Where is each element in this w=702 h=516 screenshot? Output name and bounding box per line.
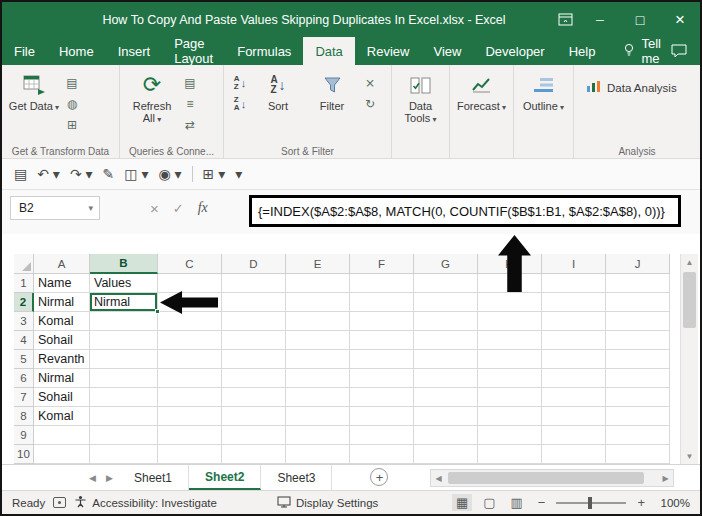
row-header-9[interactable]: 9 (14, 426, 34, 445)
sort-ascending-icon[interactable]: AZ↓ (230, 74, 250, 91)
cell-A2[interactable]: Nirmal (34, 293, 90, 312)
cell-A8[interactable]: Komal (34, 407, 90, 426)
cell-J2[interactable] (606, 293, 670, 312)
diagram-icon[interactable]: ◫ ▾ (124, 166, 148, 182)
scroll-right-icon[interactable] (658, 474, 673, 483)
cell-D4[interactable] (222, 331, 286, 350)
cell-F8[interactable] (350, 407, 414, 426)
cell-H8[interactable] (478, 407, 542, 426)
from-text-csv-icon[interactable]: ▤ (62, 74, 82, 91)
cell-E2[interactable] (286, 293, 350, 312)
previous-sheet-icon[interactable] (84, 465, 101, 490)
cell-C9[interactable] (158, 426, 222, 445)
view-normal-button[interactable] (452, 494, 472, 511)
cell-E9[interactable] (286, 426, 350, 445)
vertical-scrollbar[interactable] (680, 254, 698, 464)
enter-icon[interactable] (173, 201, 184, 216)
sheet-tab-sheet2[interactable]: Sheet2 (189, 465, 261, 490)
cell-F4[interactable] (350, 331, 414, 350)
cell-E10[interactable] (286, 445, 350, 464)
cell-G7[interactable] (414, 388, 478, 407)
new-sheet-button[interactable]: + (370, 468, 388, 486)
cell-J1[interactable] (606, 274, 670, 293)
close-button[interactable] (660, 2, 700, 37)
cell-C8[interactable] (158, 407, 222, 426)
cell-J5[interactable] (606, 350, 670, 369)
name-box[interactable]: B2 (10, 196, 100, 220)
cell-E4[interactable] (286, 331, 350, 350)
cell-E3[interactable] (286, 312, 350, 331)
cell-F3[interactable] (350, 312, 414, 331)
row-header-2[interactable]: 2 (14, 293, 34, 312)
cell-I5[interactable] (542, 350, 606, 369)
tab-review[interactable]: Review (355, 37, 422, 65)
cell-B4[interactable] (90, 331, 158, 350)
edit-links-icon[interactable]: ⇄ (180, 116, 200, 133)
tab-formulas[interactable]: Formulas (225, 37, 303, 65)
cell-D3[interactable] (222, 312, 286, 331)
ribbon-display-options-icon[interactable] (550, 2, 580, 37)
horizontal-scroll-thumb[interactable] (448, 472, 644, 484)
properties-icon[interactable]: ≡ (180, 95, 200, 112)
cell-J6[interactable] (606, 369, 670, 388)
cell-G2[interactable] (414, 293, 478, 312)
scroll-left-icon[interactable] (431, 474, 446, 483)
cell-G1[interactable] (414, 274, 478, 293)
macro-record-button[interactable] (53, 497, 66, 508)
display-settings-button[interactable]: Display Settings (277, 496, 378, 510)
horizontal-scrollbar[interactable] (430, 469, 674, 487)
minimize-button[interactable] (580, 2, 620, 37)
data-analysis-button[interactable]: Data Analysis (580, 77, 683, 98)
cell-B9[interactable] (90, 426, 158, 445)
maximize-button[interactable] (620, 2, 660, 37)
cell-D2[interactable] (222, 293, 286, 312)
from-web-icon[interactable]: ◍ (62, 95, 82, 112)
filter-button[interactable]: Filter (306, 69, 358, 112)
tell-me-search[interactable]: Tell me (613, 37, 671, 65)
undo-button[interactable]: ↶ ▾ (37, 166, 60, 182)
cell-A5[interactable]: Revanth (34, 350, 90, 369)
name-box-caret-icon[interactable] (88, 203, 99, 213)
cell-J4[interactable] (606, 331, 670, 350)
vertical-scroll-track[interactable] (681, 270, 698, 448)
horizontal-scroll-track[interactable] (446, 470, 658, 486)
cell-J10[interactable] (606, 445, 670, 464)
insert-function-button[interactable]: fx (198, 200, 208, 216)
tab-help[interactable]: Help (557, 37, 608, 65)
cell-H7[interactable] (478, 388, 542, 407)
cell-C5[interactable] (158, 350, 222, 369)
cell-B8[interactable] (90, 407, 158, 426)
cell-D10[interactable] (222, 445, 286, 464)
cell-D1[interactable] (222, 274, 286, 293)
cell-A3[interactable]: Komal (34, 312, 90, 331)
table-icon[interactable]: ⊞ ▾ (203, 166, 226, 182)
fill-handle[interactable] (155, 309, 160, 314)
column-header-E[interactable]: E (286, 254, 350, 274)
cell-D7[interactable] (222, 388, 286, 407)
format-painter-icon[interactable]: ✎ (103, 166, 115, 182)
cell-B5[interactable] (90, 350, 158, 369)
cell-J3[interactable] (606, 312, 670, 331)
vertical-scroll-thumb[interactable] (683, 272, 696, 328)
formula-input[interactable]: {=INDEX($A$2:$A$8, MATCH(0, COUNTIF($B$1… (249, 195, 681, 227)
cell-A4[interactable]: Sohail (34, 331, 90, 350)
cell-G8[interactable] (414, 407, 478, 426)
cell-A1[interactable]: Name (34, 274, 90, 293)
cell-I2[interactable] (542, 293, 606, 312)
data-tools-button[interactable]: Data Tools (398, 69, 443, 126)
view-page-break-button[interactable] (507, 494, 527, 511)
next-sheet-icon[interactable] (101, 465, 118, 490)
cell-F2[interactable] (350, 293, 414, 312)
cell-E1[interactable] (286, 274, 350, 293)
zoom-out-button[interactable] (534, 494, 550, 511)
forecast-button[interactable]: Forecast (456, 69, 507, 114)
cell-C3[interactable] (158, 312, 222, 331)
cell-J9[interactable] (606, 426, 670, 445)
sheet-tab-sheet1[interactable]: Sheet1 (118, 465, 189, 490)
row-header-8[interactable]: 8 (14, 407, 34, 426)
customize-qat-button[interactable]: ▾ (235, 166, 242, 182)
sort-descending-icon[interactable]: ZA↓ (230, 95, 250, 112)
row-header-1[interactable]: 1 (14, 274, 34, 293)
cell-G4[interactable] (414, 331, 478, 350)
cell-A7[interactable]: Sohail (34, 388, 90, 407)
